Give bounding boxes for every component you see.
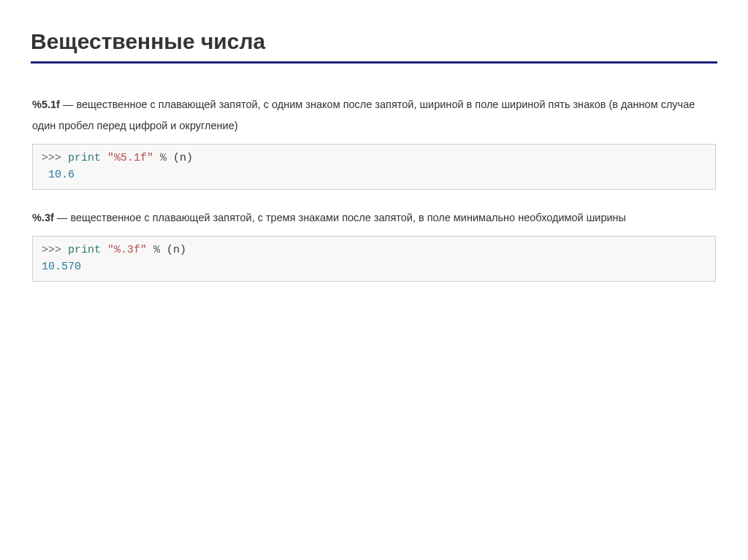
code-keyword-2: print <box>68 244 101 256</box>
code-keyword-1: print <box>68 152 101 164</box>
desc-text-1: — вещественное с плавающей запятой, с од… <box>32 99 695 131</box>
code-block-2: >>> print "%.3f" % (n) 10.570 <box>32 236 716 282</box>
code-prompt-1: >>> <box>42 152 68 164</box>
code-args-1: (n) <box>173 152 193 164</box>
code-block-1: >>> print "%5.1f" % (n) 10.6 <box>32 144 716 190</box>
code-operator-2: % <box>147 244 167 256</box>
code-string-2: "%.3f" <box>107 244 147 256</box>
content-area: %5.1f — вещественное с плавающей запятой… <box>31 94 717 282</box>
page-title: Вещественные числа <box>31 29 717 64</box>
format-spec-2: %.3f <box>32 212 54 223</box>
code-output-1: 10.6 <box>42 169 75 181</box>
code-output-2: 10.570 <box>42 261 81 273</box>
desc-text-2: — вещественное с плавающей запятой, с тр… <box>54 212 626 223</box>
description-2: %.3f — вещественное с плавающей запятой,… <box>32 207 716 229</box>
description-1: %5.1f — вещественное с плавающей запятой… <box>32 94 716 137</box>
format-spec-1: %5.1f <box>32 99 60 110</box>
code-string-1: "%5.1f" <box>107 152 153 164</box>
code-args-2: (n) <box>167 244 186 256</box>
code-operator-1: % <box>153 152 173 164</box>
code-prompt-2: >>> <box>42 244 68 256</box>
